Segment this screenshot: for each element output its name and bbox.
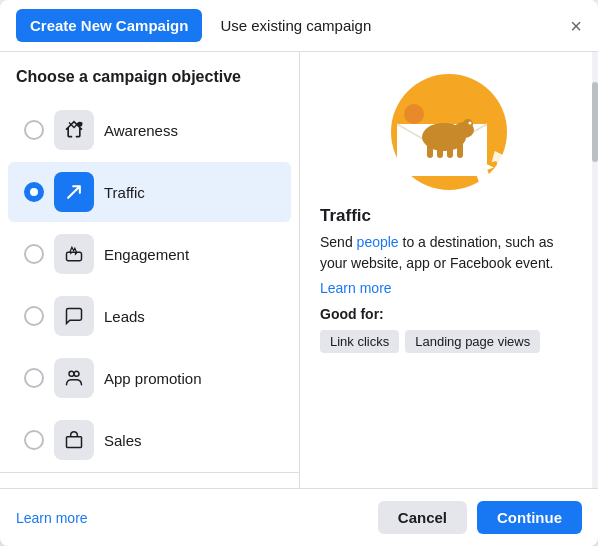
icon-leads [54,296,94,336]
campaign-item-awareness[interactable]: Awareness [8,100,291,160]
footer-learn-more-link[interactable]: Learn more [16,510,88,526]
radio-sales [24,430,44,450]
tag-link-clicks: Link clicks [320,330,399,353]
tab-use-existing-campaign[interactable]: Use existing campaign [206,9,385,42]
svg-rect-13 [457,142,463,158]
svg-rect-1 [67,252,82,260]
traffic-illustration [320,72,578,192]
icon-sales [54,420,94,460]
label-traffic: Traffic [104,184,145,201]
radio-traffic [24,182,44,202]
svg-rect-4 [67,437,82,448]
name-campaign-row[interactable]: Name your campaign • optional ⌄ [0,472,299,488]
svg-point-16 [469,122,472,125]
people-link[interactable]: people [357,234,399,250]
svg-rect-10 [427,142,433,158]
section-title: Choose a campaign objective [0,68,299,98]
good-for-tags: Link clicks Landing page views [320,330,578,353]
campaign-item-sales[interactable]: Sales [8,410,291,470]
continue-button[interactable]: Continue [477,501,582,534]
modal-footer: Learn more Cancel Continue [0,488,598,546]
close-button[interactable]: × [570,16,582,36]
label-app-promotion: App promotion [104,370,202,387]
radio-leads [24,306,44,326]
campaign-item-engagement[interactable]: Engagement [8,224,291,284]
learn-more-link[interactable]: Learn more [320,280,578,296]
scrollbar-thumb[interactable] [592,82,598,162]
radio-awareness [24,120,44,140]
campaign-item-leads[interactable]: Leads [8,286,291,346]
icon-engagement [54,234,94,274]
tag-landing-page-views: Landing page views [405,330,540,353]
modal-body: Choose a campaign objective Awareness [0,52,598,488]
cancel-button[interactable]: Cancel [378,501,467,534]
svg-rect-11 [437,144,443,158]
icon-awareness [54,110,94,150]
label-awareness: Awareness [104,122,178,139]
scrollbar-track [592,52,598,488]
radio-app-promotion [24,368,44,388]
label-sales: Sales [104,432,142,449]
svg-rect-12 [447,144,453,158]
icon-app-promotion [54,358,94,398]
icon-traffic [54,172,94,212]
label-leads: Leads [104,308,145,325]
label-engagement: Engagement [104,246,189,263]
campaign-item-traffic[interactable]: Traffic [8,162,291,222]
svg-point-3 [74,371,79,376]
traffic-description: Send people to a destination, such as yo… [320,232,578,274]
campaign-item-app-promotion[interactable]: App promotion [8,348,291,408]
traffic-title: Traffic [320,206,578,226]
radio-traffic-inner [30,188,38,196]
left-panel: Choose a campaign objective Awareness [0,52,300,488]
desc-before-link: Send [320,234,357,250]
modal-header: Create New Campaign Use existing campaig… [0,0,598,52]
radio-engagement [24,244,44,264]
good-for-label: Good for: [320,306,578,322]
footer-actions: Cancel Continue [378,501,582,534]
svg-point-15 [463,119,473,129]
svg-point-17 [404,104,424,124]
right-panel: Traffic Send people to a destination, su… [300,52,598,488]
tab-create-new-campaign[interactable]: Create New Campaign [16,9,202,42]
modal-container: Create New Campaign Use existing campaig… [0,0,598,546]
